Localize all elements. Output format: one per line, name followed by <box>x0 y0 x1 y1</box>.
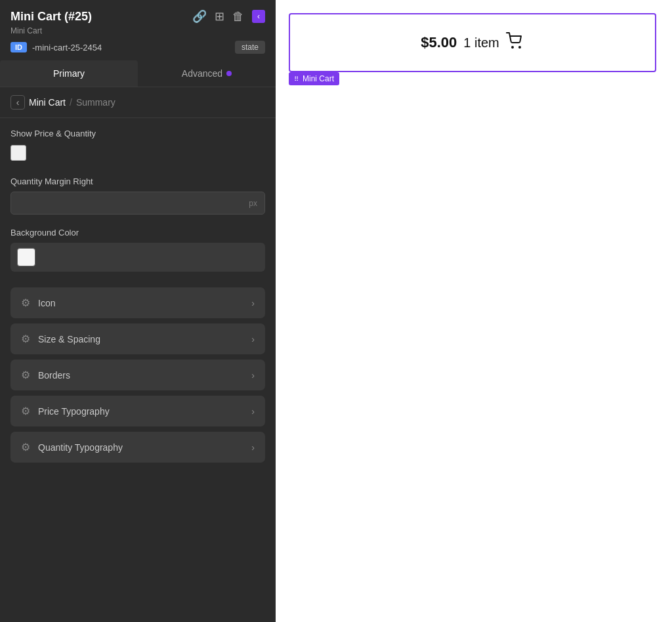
quantity-margin-input-wrapper: px <box>10 192 265 215</box>
svg-point-1 <box>518 46 521 49</box>
expand-price-typography-arrow: › <box>251 406 255 417</box>
expand-quantity-typography[interactable]: ⚙ Quantity Typography › <box>10 432 265 463</box>
collapse-icon[interactable]: ‹ <box>252 10 265 23</box>
background-color-swatch[interactable] <box>17 248 35 266</box>
quantity-margin-right-label: Quantity Margin Right <box>10 176 265 186</box>
expand-size-spacing-label: Size & Spacing <box>38 334 100 344</box>
breadcrumb: ‹ Mini Cart / Summary <box>0 87 276 118</box>
preview-item-count: 1 item <box>463 35 499 51</box>
panel-title: Mini Cart (#25) <box>10 10 92 24</box>
expand-quantity-typography-label: Quantity Typography <box>38 442 123 453</box>
expand-size-spacing-arrow: › <box>251 334 255 344</box>
panel-content: Show Price & Quantity Quantity Margin Ri… <box>0 118 276 622</box>
expand-icon[interactable]: ⚙ Icon › <box>10 287 265 318</box>
size-spacing-gear-icon: ⚙ <box>21 333 30 345</box>
copy-icon[interactable]: ⊞ <box>215 9 224 24</box>
tab-advanced[interactable]: Advanced <box>138 60 276 87</box>
id-badge: ID <box>10 42 27 52</box>
link-icon[interactable]: 🔗 <box>192 9 207 24</box>
state-badge[interactable]: state <box>235 41 265 54</box>
expand-borders-arrow: › <box>251 370 255 381</box>
panel-header: Mini Cart (#25) 🔗 ⊞ 🗑 ‹ Mini Cart ID -mi… <box>0 0 276 60</box>
mini-cart-label-text: Mini Cart <box>303 74 334 83</box>
color-row <box>10 243 265 272</box>
show-price-quantity-checkbox[interactable] <box>10 145 26 161</box>
tab-primary[interactable]: Primary <box>0 60 138 87</box>
background-color-label: Background Color <box>10 228 265 238</box>
breadcrumb-parent[interactable]: Mini Cart <box>29 97 66 108</box>
show-price-quantity-group: Show Price & Quantity <box>10 129 265 161</box>
svg-point-0 <box>511 46 514 49</box>
mini-cart-dots-icon: ⠿ <box>294 75 299 83</box>
trash-icon[interactable]: 🗑 <box>232 10 244 24</box>
show-price-quantity-label: Show Price & Quantity <box>10 129 265 138</box>
left-panel: Mini Cart (#25) 🔗 ⊞ 🗑 ‹ Mini Cart ID -mi… <box>0 0 276 622</box>
id-row: ID -mini-cart-25-2454 state <box>10 41 265 54</box>
tab-advanced-dot <box>226 71 232 76</box>
cart-icon <box>506 32 524 53</box>
id-value: -mini-cart-25-2454 <box>32 43 230 52</box>
background-color-group: Background Color <box>10 228 265 272</box>
panel-subtitle: Mini Cart <box>10 26 265 35</box>
mini-cart-label: ⠿ Mini Cart <box>289 72 339 85</box>
header-icons: 🔗 ⊞ 🗑 ‹ <box>192 9 265 24</box>
preview-price: $5.00 <box>421 34 457 51</box>
expand-borders-label: Borders <box>38 370 70 381</box>
breadcrumb-back-button[interactable]: ‹ <box>10 95 25 110</box>
expand-quantity-typography-arrow: › <box>251 442 255 453</box>
icon-gear-icon: ⚙ <box>21 297 30 309</box>
expand-borders[interactable]: ⚙ Borders › <box>10 360 265 390</box>
tabs-row: Primary Advanced <box>0 60 276 87</box>
preview-content: $5.00 1 item <box>421 32 524 53</box>
price-typography-gear-icon: ⚙ <box>21 405 30 417</box>
breadcrumb-current: Summary <box>76 97 116 108</box>
px-suffix: px <box>249 199 257 208</box>
breadcrumb-separator: / <box>70 97 72 108</box>
quantity-margin-right-input[interactable] <box>10 192 265 215</box>
expand-size-spacing[interactable]: ⚙ Size & Spacing › <box>10 323 265 354</box>
preview-box: $5.00 1 item ⠿ Mini Cart <box>289 13 656 72</box>
expand-price-typography-label: Price Typography <box>38 406 110 417</box>
quantity-margin-right-group: Quantity Margin Right px <box>10 176 265 215</box>
borders-gear-icon: ⚙ <box>21 369 30 381</box>
expand-price-typography[interactable]: ⚙ Price Typography › <box>10 396 265 426</box>
expand-icon-arrow: › <box>251 298 255 308</box>
expand-icon-label: Icon <box>38 298 55 308</box>
right-panel: $5.00 1 item ⠿ Mini Cart <box>276 0 672 622</box>
quantity-typography-gear-icon: ⚙ <box>21 441 30 453</box>
